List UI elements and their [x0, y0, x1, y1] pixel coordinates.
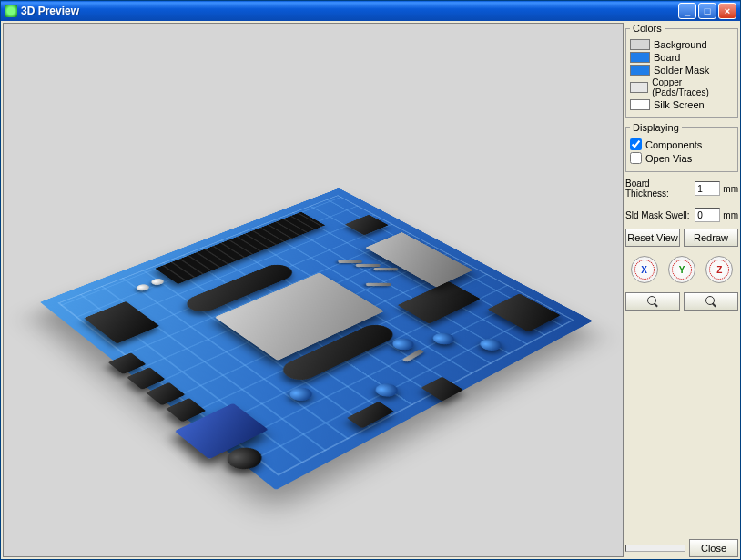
axis-z-button[interactable]: Z [705, 256, 733, 283]
mask-swell-row: Sld Mask Swell: mm [625, 208, 738, 222]
swatch-silk [630, 99, 650, 110]
zoom-in-button[interactable] [625, 292, 680, 311]
zoom-out-button[interactable] [684, 292, 738, 311]
color-solder-mask[interactable]: Solder Mask [630, 65, 734, 76]
pcb-board [40, 188, 593, 489]
zoom-in-icon [647, 296, 658, 307]
progress-slot [625, 545, 685, 552]
colors-legend: Colors [630, 23, 665, 34]
displaying-legend: Displaying [630, 122, 682, 133]
open-vias-checkbox-row: Open Vias [630, 152, 734, 164]
color-copper[interactable]: Copper (Pads/Traces) [630, 77, 734, 97]
minimize-button[interactable]: _ [678, 3, 696, 19]
mask-swell-input[interactable] [695, 208, 720, 222]
maximize-button[interactable]: □ [698, 3, 716, 19]
swatch-solder-mask [630, 65, 650, 76]
close-button[interactable]: Close [689, 539, 738, 557]
redraw-button[interactable]: Redraw [684, 229, 738, 247]
colors-panel: Colors Background Board Solder Mask Copp… [625, 23, 738, 118]
color-background[interactable]: Background [630, 39, 734, 50]
app-window: 3D Preview _ □ × [0, 0, 741, 560]
window-title: 3D Preview [21, 5, 678, 17]
components-checkbox[interactable] [630, 138, 642, 150]
color-silk-screen[interactable]: Silk Screen [630, 99, 734, 110]
app-icon [5, 5, 17, 17]
open-vias-checkbox[interactable] [630, 152, 642, 164]
zoom-out-icon [705, 296, 716, 307]
swatch-board [630, 52, 650, 63]
sidebar: Colors Background Board Solder Mask Copp… [625, 23, 738, 557]
close-window-button[interactable]: × [718, 3, 736, 19]
board-thickness-input[interactable] [695, 181, 720, 196]
swatch-copper [630, 82, 648, 93]
viewport-3d[interactable] [3, 23, 624, 557]
components-checkbox-row: Components [630, 138, 734, 150]
axis-x-button[interactable]: X [631, 256, 658, 283]
titlebar[interactable]: 3D Preview _ □ × [1, 1, 740, 21]
axis-controls: X Y Z [625, 250, 738, 289]
displaying-panel: Displaying Components Open Vias [625, 122, 738, 172]
color-board[interactable]: Board [630, 52, 734, 63]
swatch-background [630, 39, 650, 50]
reset-view-button[interactable]: Reset View [625, 229, 680, 247]
board-thickness-row: Board Thickness: mm [625, 178, 738, 199]
axis-y-button[interactable]: Y [668, 256, 695, 283]
